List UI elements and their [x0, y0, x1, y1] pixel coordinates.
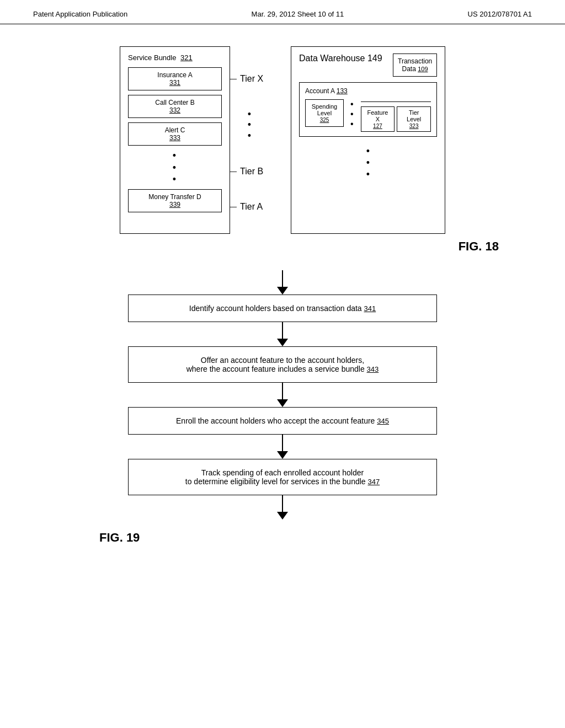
feature-tier-row: Feature X 127 Tier Level 323 [361, 106, 431, 132]
spending-dots: ••• [348, 99, 356, 129]
tier-dots: ••• [230, 109, 269, 142]
flow-step-4: Track spending of each enrolled account … [128, 459, 437, 495]
tier-a-label: Tier A [230, 202, 269, 212]
service-bundle-title: Service Bundle 321 [128, 53, 222, 62]
alert-c-box: Alert C 333 [128, 122, 222, 146]
account-a-box: Account A 133 Spending Level 325 ••• Fea… [299, 82, 437, 137]
dw-dots: ••• [299, 146, 437, 180]
tier-x-label: Tier X [230, 74, 269, 84]
fig19-flowchart: Identify account holders based on transa… [33, 270, 532, 545]
top-arrow [277, 270, 288, 295]
dash-line [361, 101, 431, 102]
account-a-title: Account A 133 [305, 87, 431, 95]
call-center-b-box: Call Center B 332 [128, 95, 222, 118]
connector-1 [277, 322, 288, 346]
flow-step-3: Enroll the account holders who accept th… [128, 407, 437, 435]
tier-b-label: Tier B [230, 167, 269, 176]
tier-level-box: Tier Level 323 [397, 106, 431, 132]
transaction-data-box: Transaction Data 109 [393, 53, 437, 77]
header-middle: Mar. 29, 2012 Sheet 10 of 11 [252, 10, 344, 18]
header-left: Patent Application Publication [33, 10, 127, 18]
fig19-label: FIG. 19 [99, 531, 140, 545]
page-header: Patent Application Publication Mar. 29, … [0, 0, 565, 24]
spending-level-box: Spending Level 325 [305, 99, 344, 127]
header-right: US 2012/078701 A1 [468, 10, 532, 18]
dots-1: ••• [128, 150, 222, 186]
connector-3 [277, 435, 288, 459]
flow-step-1: Identify account holders based on transa… [128, 295, 437, 322]
service-bundle-box: Service Bundle 321 Insurance A 331 Call … [120, 46, 230, 234]
fig18-diagram: Service Bundle 321 Insurance A 331 Call … [33, 46, 532, 234]
dw-header: Data Warehouse 149 Transaction Data 109 [299, 53, 437, 77]
bottom-connector [277, 495, 288, 520]
account-inner: Spending Level 325 ••• Feature X 127 [305, 99, 431, 132]
fig18-label: FIG. 18 [33, 239, 532, 254]
feature-x-box: Feature X 127 [361, 106, 395, 132]
insurance-a-box: Insurance A 331 [128, 67, 222, 90]
connector-2 [277, 383, 288, 407]
dw-title: Data Warehouse 149 [299, 53, 382, 77]
money-transfer-box: Money Transfer D 339 [128, 189, 222, 212]
data-warehouse-box: Data Warehouse 149 Transaction Data 109 … [291, 46, 445, 234]
flow-step-2: Offer an account feature to the account … [128, 346, 437, 383]
main-content: Service Bundle 321 Insurance A 331 Call … [0, 24, 565, 567]
